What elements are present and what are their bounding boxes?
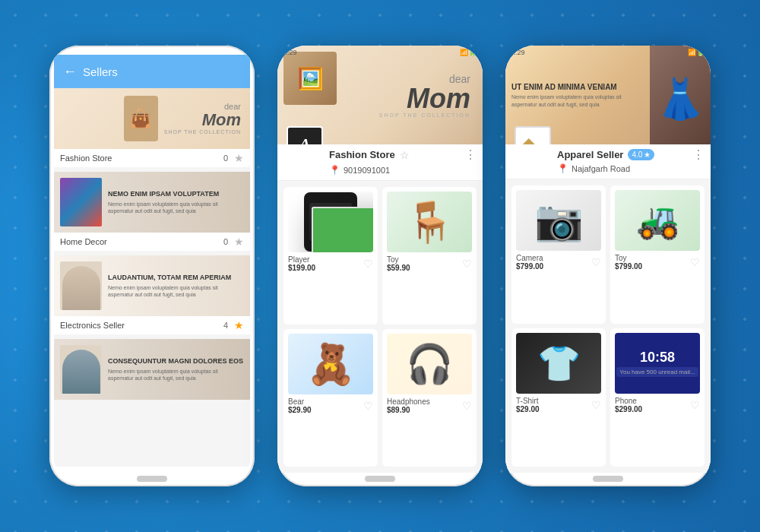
wishlist-button-phone2[interactable]: ♡ xyxy=(690,399,700,411)
seller-item-fashion2[interactable]: CONSEQUUNTUR MAGNI DOLORES EOS Nemo enim… xyxy=(54,339,250,400)
back-arrow-icon[interactable]: ← xyxy=(63,64,77,80)
wishlist-button-player[interactable]: ♡ xyxy=(363,258,373,270)
product-card-tshirt[interactable]: 👕 T-Shirt $29.00 ♡ xyxy=(511,328,606,467)
product-price-tshirt: $29.00 xyxy=(516,405,590,413)
phone-image xyxy=(304,192,357,252)
product-name-camera: Camera xyxy=(516,254,590,262)
star-icon: ★ xyxy=(234,152,244,164)
seller-banner-homedecor: NEMO ENIM IPSAM VOLUPTATEM Nemo enim ips… xyxy=(54,172,250,233)
product-price-camera: $799.00 xyxy=(516,262,590,271)
tshirt-image: 👕 xyxy=(537,343,581,384)
phone-sellers: ← Sellers 👜 dear Mom SHOP THE COLLECTION… xyxy=(49,46,255,486)
wishlist-button-tshirt[interactable]: ♡ xyxy=(591,399,601,411)
product-price-player: $199.00 xyxy=(288,264,362,272)
phone-apparel-seller: UT ENIM AD MINIMA VENIAM Nemo enim ipsam… xyxy=(505,46,711,486)
product-image-tshirt: 👕 xyxy=(516,333,601,394)
product-footer-phone2: Phone $299.00 ♡ xyxy=(615,397,700,413)
rating-badge: 4.0 ★ xyxy=(628,149,654,160)
diamond-logo-icon xyxy=(521,132,545,144)
product-image-tractor: 🚜 xyxy=(615,190,700,251)
seller-info-fashion: Fashion Store 0 ★ xyxy=(54,149,250,167)
product-image-toy: 🪑 xyxy=(387,192,472,252)
fashion2-text: CONSEQUUNTUR MAGNI DOLORES EOS Nemo enim… xyxy=(108,357,244,382)
location-icon-apparel: 📍 xyxy=(557,163,568,174)
location-icon: 📍 xyxy=(329,165,340,176)
baby-toy-image: 🪑 xyxy=(405,199,454,245)
product-footer-player: Player $199.00 ♡ xyxy=(288,255,373,272)
apparel-product-grid: 📷 Camera $799.00 ♡ 🚜 Toy xyxy=(505,179,711,473)
product-image-bear: 🧸 xyxy=(288,334,373,394)
homedecor-image xyxy=(60,178,102,226)
seller-item-electronics[interactable]: LAUDANTIUM, TOTAM REM APERIAM Nemo enim … xyxy=(54,255,250,334)
product-price-phone2: $299.00 xyxy=(615,405,689,413)
product-card-toy[interactable]: 🪑 Toy $59.90 ♡ xyxy=(382,187,477,325)
wishlist-button-headphones[interactable]: ♡ xyxy=(462,400,472,412)
product-footer-toy: Toy $59.90 ♡ xyxy=(387,255,472,272)
favorite-star-button[interactable]: ☆ xyxy=(400,149,410,161)
homedecor-text: NEMO ENIM IPSAM VOLUPTATEM Nemo enim ips… xyxy=(108,190,244,214)
seller-info-electronics: Electronics Seller 4 ★ xyxy=(54,316,250,334)
star-icon: ★ xyxy=(234,319,244,331)
product-footer-camera: Camera $799.00 ♡ xyxy=(516,254,601,271)
product-grid: Player $199.00 ♡ 🪑 Toy $59.90 ♡ xyxy=(277,181,483,473)
product-card-headphones[interactable]: 🎧 Headphones $89.90 ♡ xyxy=(382,329,477,467)
home-button[interactable] xyxy=(365,476,395,482)
product-card-phone2[interactable]: 10:58 You have 500 unread mail... Phone … xyxy=(610,328,705,467)
fashion-store-banner: 🖼️ dear Mom SHOP THE COLLECTION 1:29 📶🔋 … xyxy=(277,46,483,144)
star-icon: ★ xyxy=(234,236,244,248)
home-button[interactable] xyxy=(593,476,623,482)
product-price-toy: $59.90 xyxy=(387,264,461,272)
product-name-phone2: Phone xyxy=(615,397,689,405)
store-phone-row: 📍 9019091001 xyxy=(329,165,390,176)
product-name-tshirt: T-Shirt xyxy=(516,397,590,405)
wishlist-button-toy[interactable]: ♡ xyxy=(462,258,472,270)
product-card-tractor[interactable]: 🚜 Toy $799.00 ♡ xyxy=(610,185,705,324)
sellers-header: ← Sellers xyxy=(54,55,250,88)
product-name-headphones: Headphones xyxy=(387,397,461,406)
fashion-banner-text: dear Mom SHOP THE COLLECTION xyxy=(164,102,241,135)
apparel-store-logo xyxy=(515,126,551,144)
product-image-headphones: 🎧 xyxy=(387,334,472,394)
product-card-player[interactable]: Player $199.00 ♡ xyxy=(283,187,378,325)
banner-text-left: UT ENIM AD MINIMA VENIAM Nemo enim ipsam… xyxy=(505,76,650,113)
product-name-toy: Toy xyxy=(387,255,461,264)
product-image-camera: 📷 xyxy=(516,190,601,251)
product-name-bear: Bear xyxy=(288,397,362,406)
wishlist-button-camera[interactable]: ♡ xyxy=(591,256,601,268)
product-price-tractor: $799.00 xyxy=(615,262,689,271)
fashion2-image xyxy=(60,345,102,394)
seller-banner-electronics: LAUDANTIUM, TOTAM REM APERIAM Nemo enim … xyxy=(54,255,250,316)
product-card-bear[interactable]: 🧸 Bear $29.90 ♡ xyxy=(283,329,378,467)
apparel-address: 📍 Najafgarh Road xyxy=(557,163,705,174)
product-card-camera[interactable]: 📷 Camera $799.00 ♡ xyxy=(511,185,606,324)
product-price-bear: $29.90 xyxy=(288,406,362,414)
product-name-player: Player xyxy=(288,255,362,264)
seller-list: 👜 dear Mom SHOP THE COLLECTION Fashion S… xyxy=(54,88,250,467)
apparel-store-banner: UT ENIM AD MINIMA VENIAM Nemo enim ipsam… xyxy=(505,46,711,144)
dear-mom-banner-text: dear Mom SHOP THE COLLECTION xyxy=(379,73,470,118)
mona-lisa-image: 🖼️ xyxy=(283,52,337,105)
apparel-name-row: Apparel Seller 4.0 ★ ⋮ xyxy=(557,147,705,162)
star-icon: ★ xyxy=(644,150,651,159)
camera-image: 📷 xyxy=(534,198,584,244)
product-image-player xyxy=(288,192,373,252)
product-footer-tshirt: T-Shirt $29.00 ♡ xyxy=(516,397,601,413)
wishlist-button-tractor[interactable]: ♡ xyxy=(690,256,700,268)
phone-lockscreen-image: 10:58 You have 500 unread mail... xyxy=(615,333,700,394)
more-options-button[interactable]: ⋮ xyxy=(464,147,477,162)
apparel-store-info: Apparel Seller 4.0 ★ ⋮ 📍 Najafgarh Road xyxy=(505,144,711,179)
wishlist-button-bear[interactable]: ♡ xyxy=(363,400,373,412)
more-options-button-apparel[interactable]: ⋮ xyxy=(692,147,705,162)
product-footer-tractor: Toy $799.00 ♡ xyxy=(615,254,700,271)
store-name-row: Fashion Store ☆ ⋮ xyxy=(329,147,477,162)
seller-item-fashion[interactable]: 👜 dear Mom SHOP THE COLLECTION Fashion S… xyxy=(54,88,250,167)
status-bar: 1:29 📶🔋 xyxy=(277,49,483,56)
store-info-bar: Fashion Store ☆ ⋮ 📍 9019091001 xyxy=(277,144,483,181)
electronics-text: LAUDANTIUM, TOTAM REM APERIAM Nemo enim … xyxy=(108,274,244,298)
product-name-tractor: Toy xyxy=(615,254,689,262)
seller-banner-fashion2: CONSEQUUNTUR MAGNI DOLORES EOS Nemo enim… xyxy=(54,339,250,400)
phone-fashion-store: 🖼️ dear Mom SHOP THE COLLECTION 1:29 📶🔋 … xyxy=(277,46,483,486)
home-button[interactable] xyxy=(137,476,167,482)
seller-item-homedecor[interactable]: NEMO ENIM IPSAM VOLUPTATEM Nemo enim ips… xyxy=(54,172,250,251)
headphones-image: 🎧 xyxy=(406,342,453,386)
